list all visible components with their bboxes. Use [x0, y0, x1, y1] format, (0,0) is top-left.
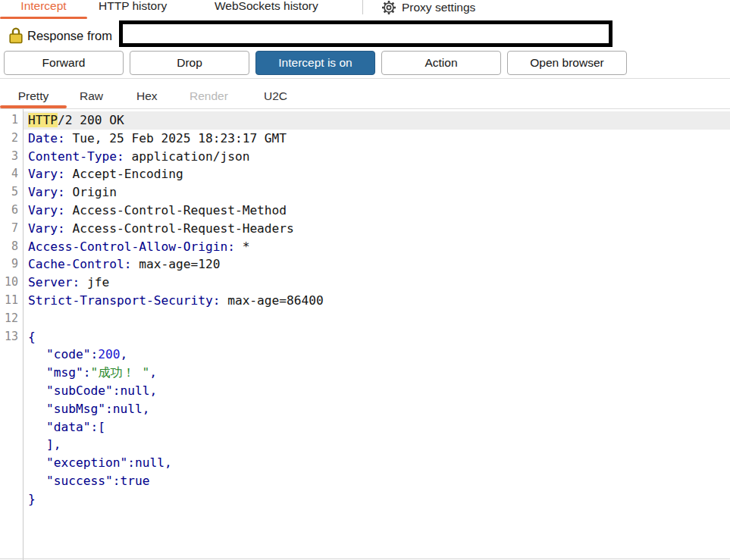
code-line: 11Strict-Transport-Security: max-age=864… [0, 292, 730, 310]
line-number: 2 [0, 130, 23, 148]
tab-websockets-history[interactable]: WebSockets history [215, 0, 318, 15]
forward-button[interactable]: Forward [4, 51, 124, 75]
code-text: ], [23, 436, 730, 454]
lock-icon [9, 27, 23, 47]
code-text: Strict-Transport-Security: max-age=86400 [23, 292, 730, 310]
code-line: 8Access-Control-Allow-Origin: * [0, 238, 730, 256]
tab-proxy-settings[interactable]: Proxy settings [381, 0, 475, 17]
code-line: "code":200, [0, 346, 730, 364]
toolbar-divider [0, 78, 730, 79]
proxy-tabbar: Intercept HTTP history WebSockets histor… [0, 0, 730, 20]
code-line: "success":true [0, 472, 730, 490]
code-line: 5Vary: Origin [0, 183, 730, 202]
code-line: 7Vary: Access-Control-Request-Headers [0, 220, 730, 238]
code-text: "subCode":null, [23, 382, 730, 400]
line-number: 9 [0, 255, 23, 274]
line-number: 1 [0, 111, 23, 130]
line-number: 12 [0, 310, 23, 328]
gear-icon [381, 0, 396, 15]
code-line: 6Vary: Access-Control-Request-Method [0, 202, 730, 220]
line-number [0, 436, 23, 454]
code-text: Content-Type: application/json [23, 148, 730, 166]
code-text: Access-Control-Allow-Origin: * [23, 238, 730, 256]
code-text: { [23, 328, 730, 346]
code-text: "success":true [23, 472, 730, 490]
line-number [0, 346, 23, 364]
line-number [0, 472, 23, 490]
code-text: Cache-Control: max-age=120 [23, 255, 730, 274]
tab-render: Render [190, 88, 228, 105]
code-line: "data":[ [0, 418, 730, 436]
code-text [23, 310, 730, 328]
tabbar-separator [362, 0, 363, 14]
line-number: 5 [0, 183, 23, 202]
response-editor[interactable]: 1HTTP/2 200 OK2Date: Tue, 25 Feb 2025 18… [0, 111, 730, 558]
code-text: Vary: Access-Control-Request-Method [23, 202, 730, 220]
line-number: 8 [0, 238, 23, 256]
code-line: 12 [0, 310, 730, 328]
code-line: 2Date: Tue, 25 Feb 2025 18:23:17 GMT [0, 130, 730, 148]
tab-http-history[interactable]: HTTP history [99, 0, 167, 15]
line-number: 7 [0, 220, 23, 238]
line-number: 11 [0, 292, 23, 310]
editor-tabs-divider [0, 108, 730, 109]
code-text: Vary: Access-Control-Request-Headers [23, 220, 730, 238]
code-text: Vary: Origin [23, 183, 730, 202]
code-text: Date: Tue, 25 Feb 2025 18:23:17 GMT [23, 130, 730, 148]
redaction-box [119, 20, 613, 47]
code-text: HTTP/2 200 OK [23, 111, 730, 130]
code-text: "data":[ [23, 418, 730, 436]
code-line: 13{ [0, 328, 730, 346]
line-number: 3 [0, 148, 23, 166]
code-text: Server: jfe [23, 274, 730, 292]
tab-pretty[interactable]: Pretty [0, 88, 67, 105]
code-line: "msg":"成功！ ", [0, 364, 730, 382]
code-text: Vary: Accept-Encoding [23, 165, 730, 183]
code-text: "msg":"成功！ ", [23, 364, 730, 382]
code-line: "subCode":null, [0, 382, 730, 400]
intercept-toggle-button[interactable]: Intercept is on [255, 51, 375, 75]
code-text: } [23, 490, 730, 508]
line-number: 13 [0, 328, 23, 346]
line-number: 10 [0, 274, 23, 292]
tab-u2c[interactable]: U2C [264, 88, 287, 105]
line-number [0, 364, 23, 382]
tab-raw[interactable]: Raw [80, 88, 103, 105]
line-number [0, 490, 23, 508]
code-line: "exception":null, [0, 454, 730, 472]
code-text: "subMsg":null, [23, 400, 730, 418]
code-line: ], [0, 436, 730, 454]
tab-intercept[interactable]: Intercept [0, 0, 87, 15]
action-button[interactable]: Action [381, 51, 501, 75]
drop-button[interactable]: Drop [130, 51, 249, 75]
code-text: "exception":null, [23, 454, 730, 472]
line-number [0, 400, 23, 418]
code-line: 4Vary: Accept-Encoding [0, 165, 730, 183]
response-from-label: Response from [27, 29, 112, 43]
code-line: 9Cache-Control: max-age=120 [0, 255, 730, 274]
tab-hex[interactable]: Hex [136, 88, 158, 105]
line-number: 6 [0, 202, 23, 220]
line-number: 4 [0, 165, 23, 183]
code-line: 3Content-Type: application/json [0, 148, 730, 166]
proxy-settings-label: Proxy settings [402, 1, 475, 14]
code-line: } [0, 490, 730, 508]
code-line: "subMsg":null, [0, 400, 730, 418]
open-browser-button[interactable]: Open browser [507, 51, 627, 75]
code-line: 10Server: jfe [0, 274, 730, 292]
code-line: 1HTTP/2 200 OK [0, 111, 730, 130]
line-number [0, 418, 23, 436]
burp-intercept-panel: Intercept HTTP history WebSockets histor… [0, 0, 730, 560]
panel-bottom-border [0, 558, 730, 559]
code-text: "code":200, [23, 346, 730, 364]
line-number [0, 454, 23, 472]
line-number [0, 382, 23, 400]
active-tab-underline [0, 17, 87, 19]
